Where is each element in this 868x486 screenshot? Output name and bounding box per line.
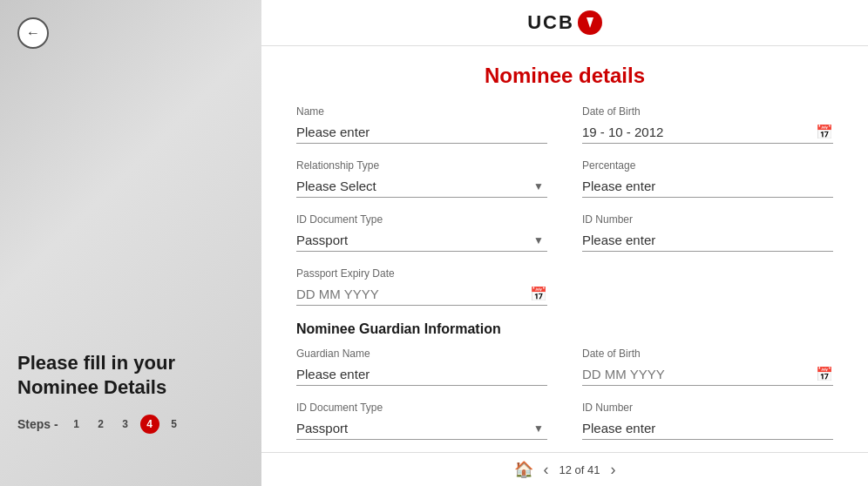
logo: UCB xyxy=(527,10,602,35)
guardian-id-doc-select[interactable]: Passport National ID Driver License xyxy=(296,417,547,439)
step-5[interactable]: 5 xyxy=(165,415,184,434)
passport-expiry-input[interactable] xyxy=(296,283,530,305)
page-title: Nominee details xyxy=(296,64,833,88)
back-button[interactable]: ← xyxy=(17,17,49,49)
step-1[interactable]: 1 xyxy=(67,415,86,434)
prev-icon: ‹ xyxy=(544,461,549,479)
id-doc-select[interactable]: Passport National ID Driver License xyxy=(296,229,547,251)
sidebar-content: Please fill in your Nominee Details Step… xyxy=(17,351,244,469)
guardian-id-number-label: ID Number xyxy=(582,402,833,414)
steps-row: Steps - 1 2 3 4 5 xyxy=(17,415,244,434)
dob-input[interactable] xyxy=(582,121,816,143)
dob-label: Date of Birth xyxy=(582,105,833,118)
id-doc-type-field: ID Document Type Passport National ID Dr… xyxy=(296,213,547,252)
passport-expiry-wrapper: 📅 xyxy=(296,283,547,306)
passport-expiry-label: Passport Expiry Date xyxy=(296,267,547,280)
id-number-label: ID Number xyxy=(582,213,833,226)
logo-text: UCB xyxy=(527,11,574,34)
relationship-field: Relationship Type Please Select Spouse C… xyxy=(296,159,547,198)
form-grid: Name Date of Birth 📅 Relationship Type xyxy=(296,105,833,452)
guardian-name-field: Guardian Name xyxy=(296,348,547,386)
steps-label: Steps - xyxy=(17,417,58,431)
page-info: 12 of 41 xyxy=(559,463,600,476)
id-doc-select-wrapper: Passport National ID Driver License ▼ xyxy=(296,229,547,252)
next-button[interactable]: › xyxy=(611,461,616,479)
guardian-dob-label: Date of Birth xyxy=(582,348,833,360)
guardian-id-number-input[interactable] xyxy=(582,417,833,440)
relationship-select-wrapper: Please Select Spouse Child Parent Siblin… xyxy=(296,175,547,198)
guardian-id-number-field: ID Number xyxy=(582,402,833,440)
guardian-dob-wrapper: 📅 xyxy=(582,363,833,386)
guardian-dob-input[interactable] xyxy=(582,363,816,385)
relationship-select[interactable]: Please Select Spouse Child Parent Siblin… xyxy=(296,175,547,197)
back-icon: ← xyxy=(26,25,40,41)
percentage-input[interactable] xyxy=(582,175,833,198)
name-input[interactable] xyxy=(296,121,547,144)
content-area: Nominee details Name Date of Birth 📅 xyxy=(261,46,868,452)
step-3[interactable]: 3 xyxy=(116,415,135,434)
name-field: Name xyxy=(296,105,547,144)
percentage-field: Percentage xyxy=(582,159,833,198)
next-icon: › xyxy=(611,461,616,479)
id-number-field: ID Number xyxy=(582,213,833,252)
header: UCB xyxy=(261,0,868,46)
guardian-id-doc-field: ID Document Type Passport National ID Dr… xyxy=(296,402,547,440)
spacer xyxy=(582,267,833,306)
right-panel: UCB Nominee details Name Date of Birth � xyxy=(261,0,868,486)
footer-nav: 🏠 ‹ 12 of 41 › xyxy=(261,452,868,486)
name-label: Name xyxy=(296,105,547,118)
dob-calendar-icon[interactable]: 📅 xyxy=(816,124,833,140)
logo-icon xyxy=(578,10,602,35)
sidebar: ← Please fill in your Nominee Details St… xyxy=(0,0,261,486)
home-button[interactable]: 🏠 xyxy=(514,460,533,479)
passport-expiry-field: Passport Expiry Date 📅 xyxy=(296,267,547,306)
guardian-dob-field: Date of Birth 📅 xyxy=(582,348,833,386)
guardian-section-header: Nominee Guardian Information xyxy=(296,321,833,337)
prev-button[interactable]: ‹ xyxy=(544,461,549,479)
dob-field: Date of Birth 📅 xyxy=(582,105,833,144)
id-number-input[interactable] xyxy=(582,229,833,252)
dob-wrapper: 📅 xyxy=(582,121,833,144)
relationship-label: Relationship Type xyxy=(296,159,547,172)
guardian-name-input[interactable] xyxy=(296,363,547,386)
home-icon: 🏠 xyxy=(514,461,533,478)
guardian-name-label: Guardian Name xyxy=(296,348,547,360)
guardian-id-doc-label: ID Document Type xyxy=(296,402,547,414)
id-doc-type-label: ID Document Type xyxy=(296,213,547,226)
guardian-dob-calendar-icon[interactable]: 📅 xyxy=(816,366,833,382)
sidebar-title: Please fill in your Nominee Details xyxy=(17,351,244,401)
step-4-active[interactable]: 4 xyxy=(140,415,159,434)
passport-expiry-calendar-icon[interactable]: 📅 xyxy=(530,286,547,302)
guardian-id-doc-wrapper: Passport National ID Driver License ▼ xyxy=(296,417,547,440)
step-2[interactable]: 2 xyxy=(92,415,111,434)
percentage-label: Percentage xyxy=(582,159,833,172)
